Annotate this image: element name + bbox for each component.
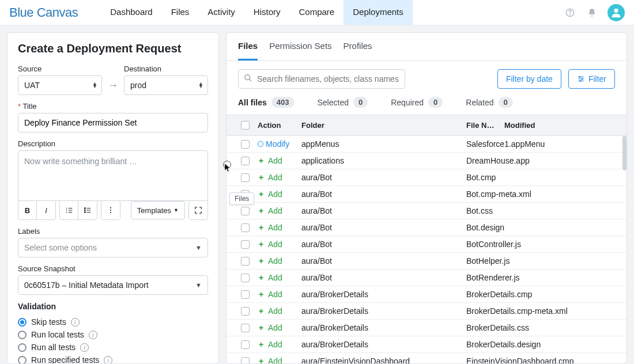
- svg-point-17: [110, 212, 111, 213]
- plus-icon: +: [258, 290, 265, 299]
- action-add[interactable]: +Add: [258, 173, 301, 182]
- action-add[interactable]: +Add: [258, 273, 301, 282]
- action-add[interactable]: +Add: [258, 256, 301, 266]
- file-cell: BrokerDetails.css: [466, 323, 627, 332]
- row-checkbox[interactable]: [241, 324, 250, 332]
- snapshot-select[interactable]: 0c60517b – Initial Metadata Import ▼: [18, 275, 208, 295]
- scrollbar-thumb[interactable]: [622, 136, 627, 170]
- action-add[interactable]: +Add: [258, 223, 301, 232]
- table-row[interactable]: ModifyappMenusSalesforce1.appMenu: [227, 136, 627, 153]
- row-checkbox[interactable]: [241, 240, 250, 249]
- action-add[interactable]: +Add: [258, 290, 301, 299]
- validation-option[interactable]: Skip testsi: [18, 316, 208, 328]
- count-all-files[interactable]: All files403: [238, 97, 295, 108]
- ordered-list-button[interactable]: 123: [60, 201, 78, 219]
- filter-button[interactable]: Filter: [568, 69, 615, 89]
- table-row[interactable]: +Addaura/BotBot.css: [227, 203, 627, 219]
- table-row[interactable]: +Addaura/BotBotHelper.js: [227, 253, 627, 270]
- nav-files[interactable]: Files: [162, 0, 199, 25]
- row-checkbox[interactable]: [241, 140, 250, 149]
- row-checkbox[interactable]: [241, 274, 250, 282]
- folder-cell: appMenus: [301, 139, 466, 149]
- row-checkbox[interactable]: [241, 223, 250, 232]
- table-row[interactable]: +Addaura/BotBot.design: [227, 219, 627, 236]
- table-row[interactable]: +Addaura/BotBotController.js: [227, 236, 627, 253]
- count-required[interactable]: Required0: [391, 97, 443, 108]
- destination-select[interactable]: prod: [124, 75, 208, 95]
- nav-compare[interactable]: Compare: [290, 0, 344, 25]
- avatar[interactable]: [607, 4, 625, 21]
- row-checkbox[interactable]: [241, 157, 250, 165]
- col-file[interactable]: File N…: [466, 121, 504, 130]
- validation-option[interactable]: Run specified testsi: [18, 354, 208, 364]
- col-modified[interactable]: Modified: [504, 121, 627, 130]
- fullscreen-button[interactable]: [189, 201, 207, 219]
- col-action[interactable]: Action: [258, 121, 301, 130]
- folder-cell: aura/BrokerDetails: [301, 323, 466, 332]
- title-input[interactable]: [18, 113, 208, 132]
- templates-dropdown[interactable]: Templates ▼: [131, 201, 185, 219]
- info-icon[interactable]: i: [104, 356, 112, 365]
- select-all-checkbox[interactable]: [241, 121, 250, 130]
- nav-dashboard[interactable]: Dashboard: [101, 0, 161, 25]
- validation-option[interactable]: Run all testsi: [18, 341, 208, 354]
- tab-profiles[interactable]: Profiles: [344, 41, 372, 60]
- table-row[interactable]: +Addaura/BrokerDetailsBrokerDetails.desi…: [227, 336, 627, 353]
- panel-resize-handle[interactable]: [221, 159, 233, 170]
- table-row[interactable]: +Addaura/EinsteinVisionDashboardEinstein…: [227, 353, 627, 363]
- row-checkbox[interactable]: [241, 257, 250, 266]
- info-icon[interactable]: i: [80, 343, 89, 352]
- table-row[interactable]: +Addaura/BrokerDetailsBrokerDetails.cmp-…: [227, 303, 627, 320]
- radio-icon: [18, 331, 27, 339]
- table-row[interactable]: +AddapplicationsDreamHouse.app: [227, 153, 627, 169]
- info-icon[interactable]: i: [89, 331, 97, 339]
- count-related[interactable]: Related0: [466, 97, 513, 108]
- table-row[interactable]: +Addaura/BotBot.cmp-meta.xml: [227, 186, 627, 203]
- action-add[interactable]: +Add: [258, 323, 301, 332]
- table-row[interactable]: +Addaura/BrokerDetailsBrokerDetails.css: [227, 320, 627, 336]
- count-selected[interactable]: Selected0: [318, 97, 368, 108]
- action-add[interactable]: +Add: [258, 306, 301, 316]
- bold-button[interactable]: B: [18, 201, 37, 219]
- filter-by-date-button[interactable]: Filter by date: [497, 69, 561, 89]
- validation-option[interactable]: Run local testsi: [18, 328, 208, 341]
- nav-activity[interactable]: Activity: [198, 0, 244, 25]
- action-add[interactable]: +Add: [258, 206, 301, 215]
- description-input[interactable]: Now write something brilliant …: [18, 150, 208, 201]
- action-modify[interactable]: Modify: [258, 139, 301, 149]
- row-checkbox[interactable]: [241, 173, 250, 182]
- tab-permission-sets[interactable]: Permission Sets: [269, 41, 331, 60]
- row-checkbox[interactable]: [241, 340, 250, 349]
- nav-deployments[interactable]: Deployments: [344, 0, 413, 25]
- table-row[interactable]: +Addaura/BotBotRenderer.js: [227, 270, 627, 286]
- file-cell: Salesforce1.appMenu: [466, 139, 627, 149]
- search-input[interactable]: [238, 69, 405, 89]
- italic-button[interactable]: I: [37, 201, 55, 219]
- svg-point-25: [580, 80, 581, 81]
- action-add[interactable]: +Add: [258, 357, 301, 363]
- tab-files[interactable]: Files: [238, 41, 258, 60]
- source-select[interactable]: UAT: [18, 75, 102, 95]
- row-checkbox[interactable]: [241, 290, 250, 299]
- row-checkbox[interactable]: [241, 357, 250, 364]
- folder-cell: aura/BrokerDetails: [301, 290, 466, 299]
- more-options-button[interactable]: [101, 201, 120, 219]
- table-row[interactable]: +Addaura/BotBot.cmp: [227, 169, 627, 186]
- brand-logo[interactable]: Blue Canvas: [9, 5, 78, 20]
- col-folder[interactable]: Folder: [301, 121, 466, 130]
- unordered-list-button[interactable]: [78, 201, 97, 219]
- action-add[interactable]: +Add: [258, 156, 301, 165]
- action-add[interactable]: +Add: [258, 340, 301, 349]
- nav-history[interactable]: History: [244, 0, 290, 25]
- row-checkbox[interactable]: [241, 307, 250, 316]
- table-row[interactable]: +Addaura/BrokerDetailsBrokerDetails.cmp: [227, 286, 627, 303]
- row-checkbox[interactable]: [241, 207, 250, 215]
- bell-icon[interactable]: [586, 6, 598, 19]
- help-icon[interactable]: [564, 6, 576, 19]
- plus-icon: +: [258, 340, 265, 349]
- info-icon[interactable]: i: [71, 318, 80, 327]
- action-add[interactable]: +Add: [258, 240, 301, 249]
- svg-line-19: [249, 79, 251, 81]
- action-add[interactable]: +Add: [258, 189, 301, 199]
- labels-select[interactable]: Select some options ▼: [18, 238, 208, 257]
